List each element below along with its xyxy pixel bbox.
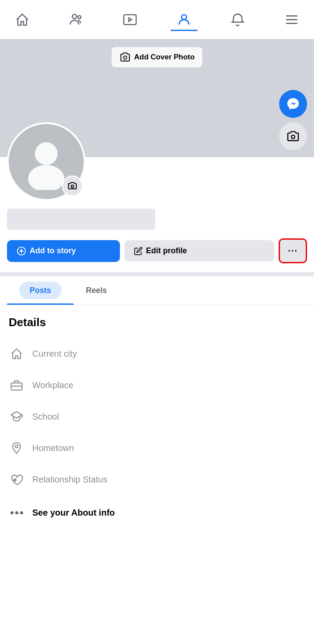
detail-relationship[interactable]: Relationship Status	[9, 464, 305, 495]
details-section: Details Current city Workplace	[0, 305, 314, 495]
nav-home[interactable]	[9, 9, 36, 31]
profile-section: Add to story Edit profile ···	[0, 157, 314, 270]
about-dots-icon	[9, 505, 24, 520]
dot-1	[10, 511, 14, 514]
details-title: Details	[9, 316, 305, 329]
detail-current-city[interactable]: Current city	[9, 338, 305, 369]
svg-point-18	[15, 445, 18, 448]
see-about-info-row[interactable]: See your About info	[0, 495, 314, 530]
section-separator	[0, 272, 314, 276]
tab-reels[interactable]: Reels	[74, 276, 119, 305]
svg-point-1	[78, 15, 81, 18]
svg-point-3	[181, 14, 186, 19]
workplace-label: Workplace	[32, 380, 73, 390]
add-to-story-button[interactable]: Add to story	[7, 240, 120, 262]
svg-point-11	[71, 185, 74, 188]
tab-reels-label: Reels	[86, 286, 107, 295]
svg-point-8	[291, 135, 295, 138]
detail-school[interactable]: School	[9, 401, 305, 432]
action-row: Add to story Edit profile ···	[7, 238, 307, 263]
svg-point-19	[14, 479, 16, 481]
tabs-row: Posts Reels	[0, 276, 314, 305]
dot-2	[15, 511, 18, 514]
edit-profile-label: Edit profile	[146, 246, 187, 255]
graduation-icon	[9, 409, 24, 424]
top-navigation	[0, 0, 314, 39]
detail-hometown[interactable]: Hometown	[9, 432, 305, 464]
home-icon	[9, 346, 24, 362]
avatar-camera-button[interactable]	[62, 176, 83, 196]
name-placeholder	[7, 209, 155, 230]
more-label: ···	[288, 246, 298, 256]
add-cover-photo-button[interactable]: Add Cover Photo	[112, 47, 203, 67]
location-icon	[9, 440, 24, 456]
add-cover-label: Add Cover Photo	[134, 53, 195, 62]
tab-posts-label: Posts	[19, 282, 61, 299]
dot-3	[20, 511, 23, 514]
svg-rect-2	[124, 14, 136, 24]
svg-point-10	[28, 165, 64, 190]
avatar-wrap	[7, 122, 85, 201]
nav-menu[interactable]	[278, 9, 305, 31]
heart-icon	[9, 472, 24, 487]
school-label: School	[32, 412, 59, 422]
nav-notifications[interactable]	[224, 9, 251, 31]
float-buttons	[279, 90, 307, 150]
nav-watch[interactable]	[116, 9, 143, 31]
camera-cover-button[interactable]	[279, 122, 307, 150]
nav-friends[interactable]	[63, 9, 90, 31]
hometown-label: Hometown	[32, 443, 74, 453]
current-city-label: Current city	[32, 349, 77, 359]
svg-point-7	[123, 56, 127, 59]
messenger-button[interactable]	[279, 90, 307, 118]
nav-profile[interactable]	[171, 9, 198, 31]
add-to-story-label: Add to story	[30, 246, 76, 255]
relationship-label: Relationship Status	[32, 475, 107, 485]
detail-workplace[interactable]: Workplace	[9, 369, 305, 401]
about-info-label: See your About info	[32, 508, 115, 518]
briefcase-icon	[9, 377, 24, 393]
edit-profile-button[interactable]: Edit profile	[124, 240, 275, 262]
svg-point-9	[35, 142, 58, 165]
tab-posts[interactable]: Posts	[7, 276, 74, 305]
more-options-button[interactable]: ···	[279, 238, 307, 263]
svg-point-0	[72, 14, 76, 18]
